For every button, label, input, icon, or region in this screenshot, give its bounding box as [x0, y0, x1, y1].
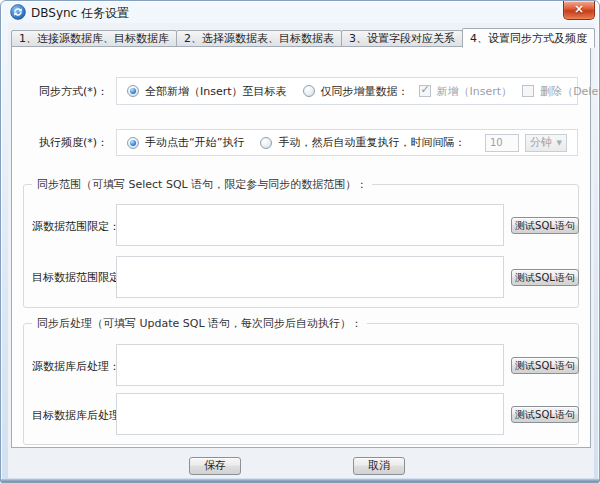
test-sql-button-source-post[interactable]: 测试SQL语句	[511, 357, 579, 374]
post-process-groupbox: 同步后处理（可填写 Update SQL 语句，每次同步后自动执行）： 源数据库…	[23, 323, 579, 445]
radio-incremental-option[interactable]: 仅同步增量数据：	[303, 84, 409, 99]
checkbox-delete[interactable]	[522, 85, 534, 97]
source-post-label: 源数据库后处理：	[32, 360, 120, 373]
sync-method-row: 全部新增（Insert）至目标表 仅同步增量数据： 新增（Insert） 删除（…	[116, 77, 578, 105]
dbsync-app-icon	[10, 4, 26, 20]
dbsync-task-settings-window: DBSync 任务设置 × 1、连接源数据库、目标数据库 2、选择源数据表、目标…	[0, 0, 600, 483]
radio-auto-repeat-label: 手动，然后自动重复执行，时间间隔：	[278, 135, 465, 150]
source-post-sql-textarea[interactable]	[116, 344, 504, 386]
radio-incremental-label: 仅同步增量数据：	[321, 84, 409, 99]
close-button[interactable]: ×	[563, 1, 595, 20]
radio-manual-start[interactable]	[127, 137, 139, 149]
target-post-sql-textarea[interactable]	[116, 393, 504, 435]
checkbox-insert[interactable]	[419, 85, 431, 97]
radio-insert-all-label: 全部新增（Insert）至目标表	[145, 84, 287, 99]
tab-field-mapping[interactable]: 3、设置字段对应关系	[341, 30, 463, 47]
dialog-client-area: 1、连接源数据库、目标数据库 2、选择源数据表、目标数据表 3、设置字段对应关系…	[8, 23, 594, 478]
sync-method-label: 同步方式(*)：	[39, 85, 108, 98]
save-button[interactable]: 保存	[189, 457, 241, 475]
tab-strip: 1、连接源数据库、目标数据库 2、选择源数据表、目标数据表 3、设置字段对应关系…	[11, 27, 594, 47]
sync-range-groupbox: 同步范围（可填写 Select SQL 语句，限定参与同步的数据范围）： 源数据…	[23, 184, 579, 308]
frequency-label: 执行频度(*)：	[39, 136, 108, 149]
tab-select-tables[interactable]: 2、选择源数据表、目标数据表	[176, 30, 342, 47]
cancel-button[interactable]: 取消	[353, 457, 405, 475]
tab-sync-settings[interactable]: 4、设置同步方式及频度	[462, 28, 595, 48]
radio-manual-option[interactable]: 手动点击“开始”执行	[127, 135, 244, 150]
tab-connect-databases[interactable]: 1、连接源数据库、目标数据库	[11, 30, 177, 47]
frequency-row: 手动点击“开始”执行 手动，然后自动重复执行，时间间隔： 分钟 ▼	[116, 129, 578, 156]
sync-settings-panel: 同步方式(*)： 全部新增（Insert）至目标表 仅同步增量数据： 新增（In…	[11, 46, 591, 448]
test-sql-button-target-range[interactable]: 测试SQL语句	[511, 269, 579, 286]
checkbox-insert-option[interactable]: 新增（Insert）	[419, 84, 513, 99]
window-title: DBSync 任务设置	[31, 5, 129, 22]
close-icon: ×	[574, 2, 584, 16]
radio-insert-all-option[interactable]: 全部新增（Insert）至目标表	[127, 84, 287, 99]
checkbox-insert-label: 新增（Insert）	[437, 84, 513, 99]
source-range-label: 源数据范围限定：	[32, 220, 120, 233]
test-sql-button-target-post[interactable]: 测试SQL语句	[511, 406, 579, 423]
test-sql-button-source-range[interactable]: 测试SQL语句	[511, 217, 579, 234]
sync-range-legend: 同步范围（可填写 Select SQL 语句，限定参与同步的数据范围）：	[32, 177, 372, 192]
checkbox-delete-label: 删除（Delete）	[540, 84, 600, 99]
interval-unit-select[interactable]: 分钟 ▼	[525, 134, 567, 152]
chevron-down-icon: ▼	[557, 139, 562, 147]
radio-incremental[interactable]	[303, 85, 315, 97]
target-range-sql-textarea[interactable]	[116, 256, 504, 298]
radio-auto-repeat[interactable]	[260, 137, 272, 149]
interval-value-input[interactable]	[485, 134, 519, 152]
source-range-sql-textarea[interactable]	[116, 204, 504, 246]
radio-auto-repeat-option[interactable]: 手动，然后自动重复执行，时间间隔：	[260, 135, 465, 150]
titlebar: DBSync 任务设置 ×	[1, 1, 599, 23]
checkbox-delete-option[interactable]: 删除（Delete）	[522, 84, 600, 99]
post-process-legend: 同步后处理（可填写 Update SQL 语句，每次同步后自动执行）：	[32, 316, 367, 331]
radio-manual-label: 手动点击“开始”执行	[145, 135, 244, 150]
interval-unit-value: 分钟	[530, 135, 552, 150]
radio-insert-all[interactable]	[127, 85, 139, 97]
